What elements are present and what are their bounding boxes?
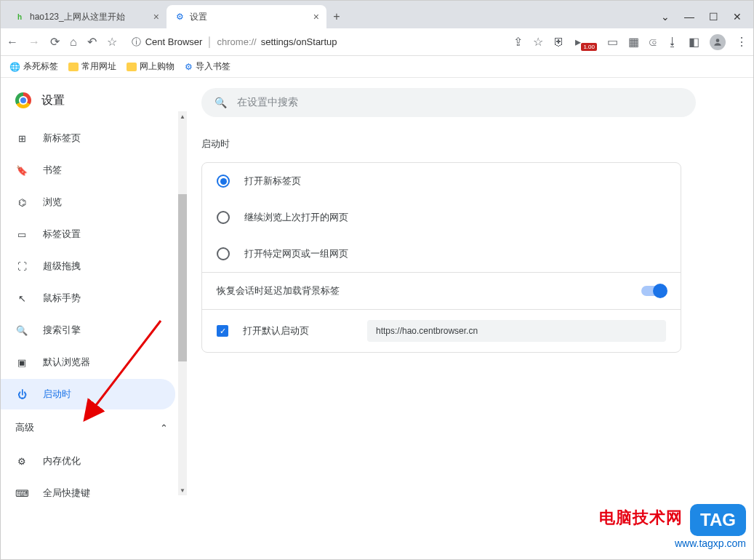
close-icon[interactable]: × <box>153 11 159 23</box>
sidebar-label: 全局快捷键 <box>43 487 90 500</box>
radio-specific-pages[interactable]: 打开特定网页或一组网页 <box>202 236 681 272</box>
checkbox-icon[interactable]: ✓ <box>217 325 228 337</box>
bookmark-kill-tabs[interactable]: 🌐 杀死标签 <box>9 60 58 73</box>
power-icon: ⏻ <box>15 389 28 400</box>
flag-badge-icon[interactable]: ▸1.00 <box>575 35 597 49</box>
globe-icon: 🌐 <box>9 62 20 72</box>
bookmark-star-icon[interactable]: ☆ <box>533 35 543 49</box>
sidebar-label: 内存优化 <box>43 455 81 468</box>
download-icon[interactable]: ⭳ <box>667 36 678 49</box>
tab-settings[interactable]: ⚙ 设置 × <box>167 5 326 28</box>
bookmark-label: 杀死标签 <box>23 60 58 73</box>
sidebar-item-memory[interactable]: ⚙内存优化 <box>1 446 175 476</box>
reload-button[interactable]: ⟳ <box>50 35 60 49</box>
gear-icon: ⚙ <box>185 62 193 72</box>
close-icon[interactable]: × <box>313 11 319 23</box>
crop-icon[interactable]: ⟃ <box>649 36 657 49</box>
sidebar-item-defaultbrowser[interactable]: ▣默认浏览器 <box>1 347 175 377</box>
bookmark-common-sites[interactable]: 常用网址 <box>68 60 116 73</box>
sidebar-item-newtab[interactable]: ⊞新标签页 <box>1 123 175 153</box>
back-button[interactable]: ← <box>7 36 18 49</box>
bookmark-label: 导入书签 <box>196 60 230 73</box>
startup-url-input[interactable]: https://hao.centbrowser.cn <box>367 320 666 342</box>
search-icon: 🔍 <box>214 97 227 108</box>
chevron-up-icon: ⌃ <box>160 423 168 433</box>
forward-button[interactable]: → <box>28 36 40 49</box>
plus-box-icon: ⊞ <box>15 133 28 144</box>
settings-main: 🔍 在设置中搜索 启动时 打开新标签页 继续浏览上次打开的网页 打开特定网页或一… <box>183 78 753 560</box>
advanced-label: 高级 <box>15 421 34 434</box>
gear-icon: ⚙ <box>15 456 28 467</box>
svg-point-0 <box>716 39 720 42</box>
star-icon[interactable]: ☆ <box>107 35 117 49</box>
radio-continue[interactable]: 继续浏览上次打开的网页 <box>202 199 681 236</box>
toggle-lazyload[interactable]: 恢复会话时延迟加载背景标签 <box>202 272 681 309</box>
startup-card: 打开新标签页 继续浏览上次打开的网页 打开特定网页或一组网页 恢复会话时延迟加载… <box>201 162 681 353</box>
sidebar-label: 书签 <box>43 164 62 177</box>
folder-icon <box>68 63 79 71</box>
window-dropdown-icon[interactable]: ⌄ <box>661 11 670 23</box>
sidebar-item-tabsettings[interactable]: ▭标签设置 <box>1 219 175 249</box>
sidebar-item-superdrag[interactable]: ⛶超级拖拽 <box>1 251 175 281</box>
settings-sidebar: 设置 ▲ ▼ ⊞新标签页 🔖书签 ⌬浏览 ▭标签设置 ⛶超级拖拽 ↖鼠标手势 🔍… <box>1 78 183 560</box>
wallet-icon[interactable]: ▭ <box>607 35 618 49</box>
sidebar-item-mousegesture[interactable]: ↖鼠标手势 <box>1 283 175 313</box>
search-placeholder: 在设置中搜索 <box>237 96 298 109</box>
radio-label: 打开特定网页或一组网页 <box>244 247 348 260</box>
shield-icon[interactable]: ⛨ <box>553 36 565 49</box>
toggle-switch[interactable] <box>641 286 666 296</box>
maximize-button[interactable]: ☐ <box>709 11 718 23</box>
radio-icon[interactable] <box>217 175 230 188</box>
radio-label: 打开新标签页 <box>244 175 301 188</box>
info-icon[interactable]: ⓘ <box>132 36 141 49</box>
settings-search[interactable]: 🔍 在设置中搜索 <box>201 88 696 117</box>
folder-icon <box>127 63 137 71</box>
bookmark-import[interactable]: ⚙ 导入书签 <box>185 60 230 73</box>
sidebar-advanced[interactable]: 高级 ⌃ <box>1 411 183 444</box>
tab-strip: h hao123_上网从这里开始 × ⚙ 设置 × + <box>1 1 661 28</box>
sidebar-item-hotkeys[interactable]: ⌨全局快捷键 <box>1 478 175 508</box>
omnibox-separator: │ <box>206 36 212 47</box>
profile-avatar[interactable] <box>710 34 726 50</box>
menu-icon[interactable]: ⋮ <box>736 35 747 49</box>
close-button[interactable]: ✕ <box>733 11 742 23</box>
radio-icon[interactable] <box>217 211 230 224</box>
gear-icon: ⚙ <box>174 11 185 23</box>
grid-icon[interactable]: ▦ <box>628 35 639 49</box>
sidebar-label: 新标签页 <box>43 132 81 145</box>
scrollbar-thumb[interactable] <box>178 194 187 361</box>
new-tab-button[interactable]: + <box>326 5 347 28</box>
tab-title: hao123_上网从这里开始 <box>30 11 149 23</box>
checkbox-default-startpage[interactable]: ✓ 打开默认启动页 https://hao.centbrowser.cn <box>202 309 681 352</box>
sidebar-items: ⊞新标签页 🔖书签 ⌬浏览 ▭标签设置 ⛶超级拖拽 ↖鼠标手势 🔍搜索引擎 ▣默… <box>1 123 183 409</box>
settings-content: 设置 ▲ ▼ ⊞新标签页 🔖书签 ⌬浏览 ▭标签设置 ⛶超级拖拽 ↖鼠标手势 🔍… <box>1 78 753 560</box>
toggle-label: 恢复会话时延迟加载背景标签 <box>217 284 340 297</box>
sidebar-label: 标签设置 <box>43 228 81 241</box>
bookmark-shopping[interactable]: 网上购物 <box>127 60 175 73</box>
scrollbar-track[interactable]: ▲ ▼ <box>178 121 187 485</box>
panel-icon[interactable]: ◧ <box>689 35 699 49</box>
sidebar-item-searchengine[interactable]: 🔍搜索引擎 <box>1 315 175 345</box>
scroll-down-icon[interactable]: ▼ <box>178 485 187 495</box>
search-icon: 🔍 <box>15 325 28 336</box>
chrome-logo-icon <box>15 92 31 108</box>
sidebar-item-startup[interactable]: ⏻启动时 <box>1 379 175 409</box>
sidebar-item-bookmarks[interactable]: 🔖书签 <box>1 155 175 185</box>
expand-icon: ⛶ <box>15 261 28 272</box>
watermark-text: 电脑技术网 <box>599 508 683 527</box>
home-button[interactable]: ⌂ <box>70 36 77 49</box>
scroll-up-icon[interactable]: ▲ <box>178 111 187 121</box>
radio-icon[interactable] <box>217 247 230 260</box>
minimize-button[interactable]: — <box>684 11 694 23</box>
window-controls: ⌄ — ☐ ✕ <box>661 11 753 28</box>
address-bar[interactable]: ⓘ Cent Browser │ chrome://settings/onSta… <box>124 36 507 49</box>
sidebar-item-browse[interactable]: ⌬浏览 <box>1 187 175 217</box>
sidebar-label: 超级拖拽 <box>43 260 81 273</box>
tab-hao123[interactable]: h hao123_上网从这里开始 × <box>7 5 167 28</box>
sidebar-title: 设置 <box>41 93 65 108</box>
sidebar-label: 默认浏览器 <box>43 356 90 369</box>
share-icon[interactable]: ⇪ <box>513 35 523 49</box>
undo-button[interactable]: ↶ <box>87 35 97 49</box>
checkbox-label: 打开默认启动页 <box>243 324 309 337</box>
radio-open-newtab[interactable]: 打开新标签页 <box>202 163 681 199</box>
